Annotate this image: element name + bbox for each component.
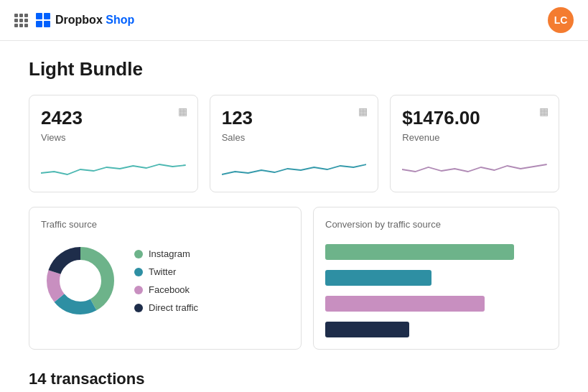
legend-dot-twitter	[134, 268, 143, 276]
dropbox-logo-icon	[35, 12, 51, 28]
legend-item-facebook: Facebook	[134, 284, 198, 295]
legend-item-twitter: Twitter	[134, 266, 198, 277]
bar-row-twitter	[325, 270, 547, 286]
conversion-card: Conversion by traffic source	[313, 207, 559, 350]
stat-card-sales: ▦ 123 Sales	[210, 95, 379, 192]
logo-text: Dropbox Shop	[55, 14, 134, 27]
sparkline-revenue	[402, 151, 547, 180]
traffic-legend: Instagram Twitter Facebook Direct traffi…	[134, 248, 198, 313]
legend-dot-facebook	[134, 286, 143, 294]
svg-point-8	[60, 261, 101, 301]
sparkline-views	[41, 151, 186, 180]
stat-card-views: ▦ 2423 Views	[29, 95, 198, 192]
chart-icon: ▦	[178, 106, 187, 117]
page-content: Light Bundle ▦ 2423 Views ▦ 123 Sales	[0, 41, 588, 392]
stat-value-views: 2423	[41, 107, 186, 129]
svg-rect-2	[36, 21, 42, 27]
transactions-section: 14 transactions Date/time Purchaser Paym…	[29, 370, 559, 392]
sparkline-sales	[222, 151, 367, 180]
charts-row: Traffic source	[29, 207, 559, 350]
bar-direct	[325, 322, 409, 337]
donut-section: Instagram Twitter Facebook Direct traffi…	[41, 241, 289, 320]
legend-label-instagram: Instagram	[149, 248, 190, 259]
conversion-title: Conversion by traffic source	[325, 219, 547, 230]
donut-chart	[41, 241, 120, 320]
stat-label-views: Views	[41, 132, 186, 143]
legend-dot-instagram	[134, 250, 143, 258]
logo[interactable]: Dropbox Shop	[35, 12, 134, 28]
traffic-source-card: Traffic source	[29, 207, 302, 350]
transactions-title: 14 transactions	[29, 370, 559, 388]
stat-value-revenue: $1476.00	[402, 107, 547, 129]
stat-label-revenue: Revenue	[402, 132, 547, 143]
svg-rect-1	[44, 13, 50, 19]
grid-menu-icon[interactable]	[14, 14, 28, 27]
traffic-source-title: Traffic source	[41, 219, 289, 230]
bar-facebook	[325, 296, 485, 312]
legend-item-instagram: Instagram	[134, 248, 198, 259]
bar-row-instagram	[325, 244, 547, 260]
header-left: Dropbox Shop	[14, 12, 134, 28]
bar-row-direct	[325, 322, 547, 337]
svg-rect-0	[36, 13, 42, 19]
stat-label-sales: Sales	[222, 132, 367, 143]
bar-instagram	[325, 244, 514, 260]
legend-label-twitter: Twitter	[149, 266, 176, 277]
legend-label-direct-traffic: Direct traffic	[149, 302, 198, 313]
avatar[interactable]: LC	[548, 7, 574, 33]
stat-card-revenue: ▦ $1476.00 Revenue	[390, 95, 559, 192]
legend-label-facebook: Facebook	[149, 284, 190, 295]
legend-item-direct-traffic: Direct traffic	[134, 302, 198, 313]
chart-icon: ▦	[539, 106, 549, 117]
legend-dot-direct-traffic	[134, 304, 143, 312]
chart-icon: ▦	[358, 106, 368, 117]
page-title: Light Bundle	[29, 58, 559, 80]
stat-value-sales: 123	[222, 107, 367, 129]
conversion-bars	[325, 241, 547, 337]
stat-cards: ▦ 2423 Views ▦ 123 Sales ▦ $1476.00	[29, 95, 559, 192]
bar-twitter	[325, 270, 431, 286]
bar-row-facebook	[325, 296, 547, 312]
svg-rect-3	[44, 21, 50, 27]
header: Dropbox Shop LC	[0, 0, 588, 41]
